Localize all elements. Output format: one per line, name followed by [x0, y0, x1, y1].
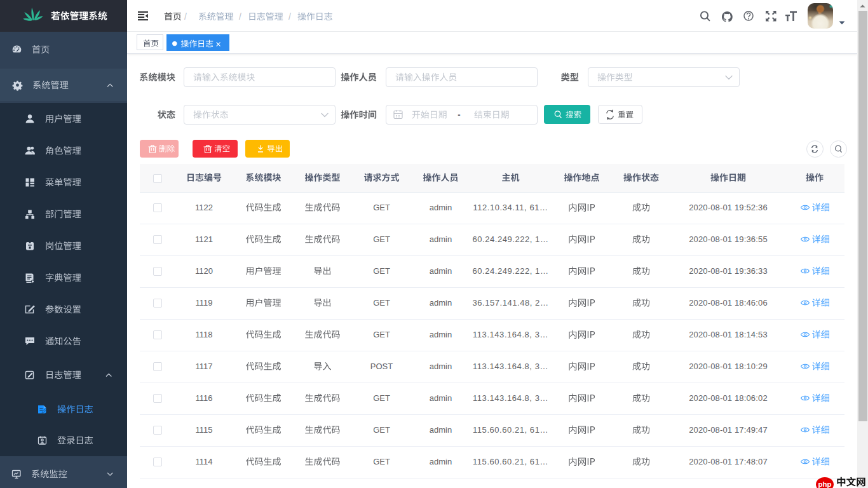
svg-text:admin: admin	[430, 330, 452, 339]
svg-text:1120: 1120	[195, 266, 213, 276]
svg-text:admin: admin	[430, 298, 452, 308]
svg-text:GET: GET	[373, 234, 390, 244]
svg-text:admin: admin	[430, 266, 452, 276]
svg-text:36.157.141.48, 2…: 36.157.141.48, 2…	[473, 298, 549, 308]
svg-text:2020-08-01 17:48:07: 2020-08-01 17:48:07	[689, 457, 768, 466]
svg-text:php: php	[818, 480, 831, 488]
svg-text:113.143.164.8, 3…: 113.143.164.8, 3…	[473, 393, 548, 403]
svg-text:112.10.34.11, 61…: 112.10.34.11, 61…	[473, 203, 548, 212]
svg-text:2020-08-01 18:06:02: 2020-08-01 18:06:02	[689, 393, 768, 403]
svg-text:2020-08-01 19:36:33: 2020-08-01 19:36:33	[689, 266, 768, 276]
svg-text:GET: GET	[373, 425, 390, 435]
svg-text:1121: 1121	[195, 234, 213, 244]
svg-text:2020-08-01 18:10:29: 2020-08-01 18:10:29	[689, 362, 768, 371]
svg-text:admin: admin	[430, 393, 452, 403]
svg-text:admin: admin	[430, 362, 452, 371]
svg-text:115.60.60.21, 61…: 115.60.60.21, 61…	[473, 457, 548, 466]
svg-text:1119: 1119	[196, 298, 213, 308]
svg-text:1114: 1114	[196, 457, 213, 466]
svg-text:2020-08-01 18:14:53: 2020-08-01 18:14:53	[689, 330, 768, 339]
svg-text:GET: GET	[373, 330, 390, 339]
svg-text:GET: GET	[373, 298, 390, 308]
svg-text:60.24.249.222, 1…: 60.24.249.222, 1…	[473, 266, 549, 276]
svg-text:2020-08-01 19:52:36: 2020-08-01 19:52:36	[689, 203, 768, 212]
svg-text:1116: 1116	[196, 393, 213, 403]
svg-text:POST: POST	[370, 362, 393, 371]
svg-text:2020-08-01 18:46:06: 2020-08-01 18:46:06	[689, 298, 768, 308]
svg-text:1118: 1118	[196, 330, 213, 339]
svg-text:GET: GET	[373, 203, 390, 212]
svg-text:GET: GET	[373, 393, 390, 403]
svg-text:113.143.164.8, 3…: 113.143.164.8, 3…	[473, 330, 548, 339]
svg-text:admin: admin	[430, 425, 452, 435]
svg-text:GET: GET	[373, 457, 390, 466]
svg-text:admin: admin	[430, 457, 452, 466]
svg-text:GET: GET	[373, 266, 390, 276]
svg-text:1122: 1122	[195, 203, 213, 212]
svg-text:2020-08-01 19:36:55: 2020-08-01 19:36:55	[689, 234, 768, 244]
svg-text:60.24.249.222, 1…: 60.24.249.222, 1…	[473, 234, 549, 244]
svg-text:1115: 1115	[196, 425, 213, 435]
svg-text:admin: admin	[430, 203, 452, 212]
svg-text:1117: 1117	[196, 362, 213, 371]
svg-text:113.143.164.8, 3…: 113.143.164.8, 3…	[473, 362, 548, 371]
svg-text:admin: admin	[430, 234, 452, 244]
svg-text:115.60.60.21, 61…: 115.60.60.21, 61…	[473, 425, 548, 435]
svg-text:2020-08-01 17:49:47: 2020-08-01 17:49:47	[689, 425, 768, 435]
